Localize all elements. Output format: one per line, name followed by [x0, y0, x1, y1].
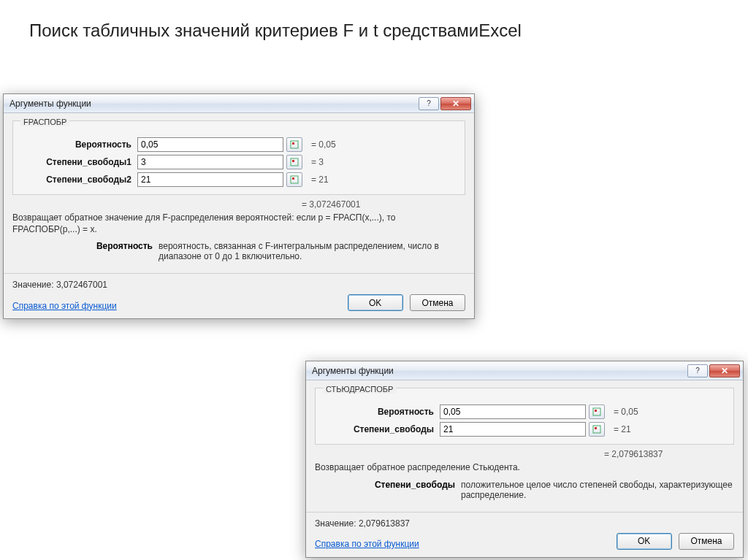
help-icon: ? [427, 99, 431, 107]
close-button[interactable]: ✕ [709, 364, 740, 377]
close-button[interactable]: ✕ [440, 97, 471, 110]
help-button[interactable]: ? [419, 97, 439, 110]
param-help-label: Степени_свободы [315, 480, 461, 500]
function-args-dialog-t: Аргументы функции ? ✕ СТЬЮДРАСПОБР Вероя… [305, 361, 744, 558]
arg-eval: = 3 [311, 157, 324, 167]
result-inline: = 3,072467001 [302, 199, 465, 210]
result-inline: = 2,079613837 [604, 449, 734, 459]
result-value: 2,079613837 [359, 518, 410, 529]
cancel-button[interactable]: Отмена [410, 294, 465, 311]
svg-rect-1 [292, 142, 294, 145]
svg-rect-3 [292, 160, 294, 162]
arg-row: Степени_свободы2 = 21 [20, 172, 457, 187]
arg-label: Вероятность [323, 407, 440, 417]
range-select-button[interactable] [286, 137, 302, 152]
range-select-button[interactable] [286, 172, 302, 187]
close-icon: ✕ [721, 366, 728, 376]
range-select-icon [290, 158, 299, 166]
help-button[interactable]: ? [687, 364, 708, 377]
page-title: Поиск табличных значений критериев F и t… [29, 20, 522, 41]
arg-input-degfreedom[interactable] [440, 422, 586, 437]
range-select-icon [592, 407, 601, 416]
help-icon: ? [695, 367, 700, 375]
param-help-text: вероятность, связанная с F-интегральным … [159, 241, 465, 261]
arg-row: Степени_свободы = 21 [323, 422, 726, 437]
range-select-icon [290, 175, 299, 184]
arg-label: Степени_свободы2 [20, 174, 137, 185]
arg-label: Вероятность [20, 139, 137, 150]
titlebar-text: Аргументы функции [312, 366, 687, 376]
function-name: FРАСПОБР [20, 118, 69, 126]
titlebar[interactable]: Аргументы функции ? ✕ [306, 361, 743, 380]
arg-input-probability[interactable] [137, 137, 283, 152]
arg-eval: = 0,05 [311, 139, 336, 150]
arg-input-probability[interactable] [440, 404, 586, 419]
param-help: Степени_свободы положительное целое числ… [315, 480, 734, 500]
result-value: 3,072467001 [56, 280, 107, 290]
range-select-button[interactable] [589, 404, 605, 419]
arg-row: Степени_свободы1 = 3 [20, 155, 457, 169]
result-label: Значение: [12, 280, 54, 290]
function-args-dialog-f: Аргументы функции ? ✕ FРАСПОБР Вероятнос… [3, 93, 475, 319]
separator [306, 512, 743, 513]
param-help-label: Вероятность [12, 241, 159, 261]
separator [4, 273, 474, 274]
titlebar-text: Аргументы функции [9, 99, 419, 109]
titlebar[interactable]: Аргументы функции ? ✕ [4, 94, 474, 113]
arg-row: Вероятность = 0,05 [20, 137, 457, 152]
result-label: Значение: [315, 518, 356, 529]
function-name: СТЬЮДРАСПОБР [323, 385, 396, 394]
function-frame: СТЬЮДРАСПОБР Вероятность = 0,05 Степени_… [315, 388, 734, 445]
arg-eval: = 21 [311, 174, 329, 185]
ok-button[interactable]: OK [617, 533, 672, 550]
svg-rect-9 [595, 427, 597, 429]
result-value-row: Значение: 2,079613837 [315, 518, 734, 529]
arg-input-deg2[interactable] [137, 172, 283, 187]
ok-button[interactable]: OK [348, 294, 403, 311]
arg-label: Степени_свободы [323, 424, 440, 434]
range-select-button[interactable] [589, 422, 605, 437]
arg-row: Вероятность = 0,05 [323, 404, 726, 419]
range-select-button[interactable] [286, 155, 302, 169]
function-description: Возвращает обратное распределение Стьюде… [315, 462, 734, 474]
range-select-icon [592, 425, 601, 434]
param-help-text: положительное целое число степеней свобо… [461, 480, 734, 500]
close-icon: ✕ [452, 99, 459, 109]
result-value-row: Значение: 3,072467001 [12, 280, 465, 290]
help-link[interactable]: Справка по этой функции [315, 539, 419, 549]
arg-eval: = 21 [614, 424, 631, 434]
arg-eval: = 0,05 [614, 407, 638, 417]
arg-label: Степени_свободы1 [20, 157, 137, 167]
function-description: Возвращает обратное значение для F-распр… [12, 212, 465, 235]
svg-rect-7 [595, 410, 597, 412]
help-link[interactable]: Справка по этой функции [12, 301, 117, 311]
arg-input-deg1[interactable] [137, 155, 283, 169]
param-help: Вероятность вероятность, связанная с F-и… [12, 241, 465, 261]
function-frame: FРАСПОБР Вероятность = 0,05 Степени_своб… [12, 120, 465, 195]
svg-rect-5 [292, 177, 294, 180]
cancel-button[interactable]: Отмена [679, 533, 734, 550]
range-select-icon [290, 140, 299, 149]
